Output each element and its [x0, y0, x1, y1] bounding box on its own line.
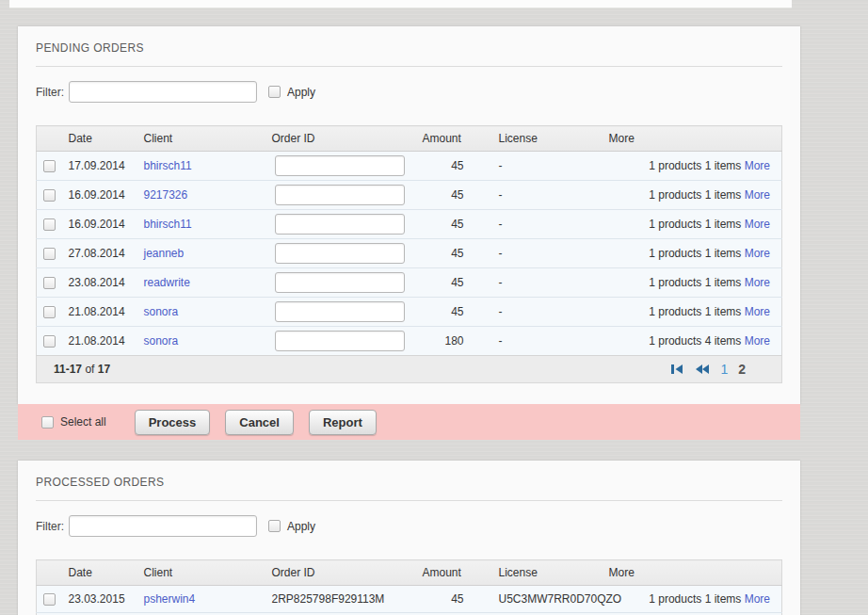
client-link[interactable]: jeanneb [144, 247, 185, 260]
row-checkbox[interactable] [43, 593, 56, 606]
filter-input[interactable] [69, 515, 257, 537]
previous-page-icon[interactable] [695, 363, 710, 376]
current-page: 2 [738, 362, 746, 377]
first-page-icon[interactable] [670, 363, 684, 376]
processed-filter-row: Filter: Apply [36, 515, 782, 537]
column-header: License [472, 126, 602, 152]
table-header: DateClientOrder IDAmountLicenseMore [37, 560, 782, 586]
order-id-input[interactable] [275, 185, 405, 205]
column-header: Client [137, 560, 265, 586]
client-link[interactable]: sonora [144, 334, 179, 348]
column-header: Client [137, 126, 265, 152]
table-row: 23.08.2014readwrite45-1 products 1 items… [37, 268, 782, 298]
order-date: 27.08.2014 [61, 239, 137, 268]
row-checkbox[interactable] [43, 189, 56, 202]
previous-section-edge [9, 0, 792, 8]
apply-label: Apply [287, 86, 315, 99]
column-header [37, 560, 61, 586]
bulk-action-bar: Select all Process Cancel Report [18, 404, 800, 440]
client-link[interactable]: readwrite [144, 276, 190, 289]
report-button[interactable]: Report [309, 410, 377, 435]
process-button[interactable]: Process [135, 410, 211, 435]
table-row: 21.08.2014sonora180-1 products 4 items M… [37, 327, 782, 356]
order-date: 17.09.2014 [61, 152, 137, 181]
table-row: 16.09.2014921732645-1 products 1 items M… [37, 181, 782, 210]
order-id-input[interactable] [275, 155, 405, 176]
client-link[interactable]: psherwin4 [144, 592, 196, 606]
page-link[interactable]: 1 [720, 362, 728, 377]
more-link[interactable]: More [745, 159, 770, 172]
client-link[interactable]: sonora [144, 305, 179, 318]
order-license: - [472, 210, 602, 239]
order-amount: 45 [415, 586, 472, 613]
processed-orders-title: PROCESSED ORDERS [36, 476, 782, 489]
select-all-label: Select all [60, 415, 106, 429]
pagination: 12 [670, 362, 746, 377]
order-id-input[interactable] [275, 331, 405, 351]
section-gap [18, 440, 800, 461]
pending-orders-table: DateClientOrder IDAmountLicenseMore 17.0… [36, 125, 782, 383]
order-id: 2RP825798F929113M [265, 586, 415, 613]
items-summary: 1 products 1 items [649, 159, 744, 172]
column-header: Order ID [265, 126, 415, 152]
row-checkbox[interactable] [43, 218, 56, 231]
row-checkbox[interactable] [43, 277, 56, 289]
order-id-input[interactable] [275, 243, 405, 264]
items-summary: 1 products 1 items [649, 592, 744, 606]
more-link[interactable]: More [745, 247, 770, 260]
order-id-input[interactable] [275, 272, 405, 293]
table-row: 23.03.2015psherwin42RP825798F929113M45U5… [37, 586, 782, 613]
select-all-checkbox[interactable] [41, 416, 54, 429]
divider [36, 66, 782, 67]
filter-input[interactable] [69, 81, 257, 103]
order-date: 16.09.2014 [61, 181, 137, 210]
processed-orders-table: DateClientOrder IDAmountLicenseMore 23.0… [36, 559, 782, 615]
column-header: License [472, 560, 602, 586]
row-checkbox[interactable] [43, 248, 56, 260]
order-id-input[interactable] [275, 214, 405, 235]
order-amount: 45 [415, 268, 472, 298]
order-id-input[interactable] [275, 301, 405, 322]
table-row: 21.08.2014sonora45-1 products 1 items Mo… [37, 298, 782, 327]
column-header: Amount [415, 560, 472, 586]
items-summary: 1 products 1 items [649, 305, 744, 318]
order-license: - [472, 239, 602, 268]
client-link[interactable]: 9217326 [144, 188, 188, 202]
pending-orders-section: PENDING ORDERS Filter: Apply DateClientO… [18, 26, 800, 404]
order-amount: 45 [415, 181, 472, 210]
apply-checkbox[interactable] [268, 86, 281, 98]
order-license: - [472, 268, 602, 298]
items-summary: 1 products 1 items [649, 276, 744, 289]
client-link[interactable]: bhirsch11 [144, 159, 192, 172]
result-range: 11-17 of 17 [44, 363, 110, 376]
more-link[interactable]: More [745, 276, 770, 289]
column-header: More [602, 560, 782, 586]
filter-label: Filter: [36, 520, 64, 533]
order-license: - [472, 181, 602, 210]
table-row: 17.09.2014bhirsch1145-1 products 1 items… [37, 152, 782, 181]
apply-checkbox[interactable] [268, 520, 281, 532]
processed-orders-section: PROCESSED ORDERS Filter: Apply DateClien… [18, 461, 800, 615]
order-date: 23.03.2015 [61, 586, 137, 613]
column-header: Order ID [265, 560, 415, 586]
column-header: Date [61, 560, 137, 586]
more-link[interactable]: More [745, 592, 770, 606]
order-license: - [472, 298, 602, 327]
column-header: Amount [415, 126, 472, 152]
more-link[interactable]: More [745, 188, 770, 202]
more-link[interactable]: More [745, 218, 770, 231]
more-link[interactable]: More [745, 334, 770, 348]
cancel-button[interactable]: Cancel [225, 410, 294, 435]
row-checkbox[interactable] [43, 160, 56, 172]
items-summary: 1 products 4 items [649, 334, 744, 348]
pending-filter-row: Filter: Apply [36, 81, 782, 103]
order-license: - [472, 327, 602, 356]
more-link[interactable]: More [745, 305, 770, 318]
row-checkbox[interactable] [43, 335, 56, 348]
filter-label: Filter: [36, 86, 64, 99]
row-checkbox[interactable] [43, 306, 56, 318]
order-amount: 45 [415, 239, 472, 268]
client-link[interactable]: bhirsch11 [144, 218, 192, 231]
table-row: 27.08.2014jeanneb45-1 products 1 items M… [37, 239, 782, 268]
items-summary: 1 products 1 items [649, 188, 744, 202]
